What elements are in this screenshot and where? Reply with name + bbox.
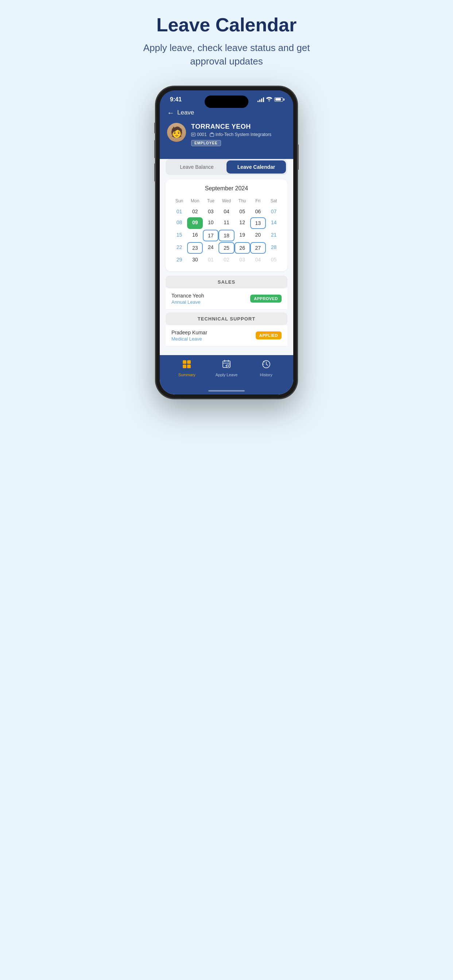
tab-leave-balance[interactable]: Leave Balance: [167, 161, 226, 173]
cal-cell[interactable]: 20: [250, 230, 266, 241]
cal-cell[interactable]: 28: [266, 242, 282, 254]
cal-cell[interactable]: 21: [266, 230, 282, 241]
back-arrow-icon: ←: [167, 109, 174, 117]
nav-history[interactable]: History: [246, 360, 286, 377]
svg-rect-6: [187, 360, 191, 364]
nav-history-label: History: [260, 372, 273, 377]
cal-cell[interactable]: 29: [171, 255, 187, 265]
cal-week-5: 29 30 01 02 03 04 05: [171, 255, 282, 265]
back-nav[interactable]: ← Leave: [167, 109, 286, 117]
user-company: Info-Tech System Integrators: [210, 132, 271, 137]
content-area: Leave Balance Leave Calendar September 2…: [160, 159, 293, 395]
cal-cell[interactable]: 12: [234, 217, 250, 229]
page-title: Leave Calendar: [156, 14, 297, 35]
cal-cell[interactable]: 03: [234, 255, 250, 265]
cal-cell[interactable]: 17: [203, 230, 219, 241]
day-thu: Thu: [234, 197, 250, 205]
cal-cell[interactable]: 14: [266, 217, 282, 229]
day-fri: Fri: [250, 197, 266, 205]
day-wed: Wed: [219, 197, 234, 205]
day-tue: Tue: [203, 197, 219, 205]
cal-cell[interactable]: 15: [171, 230, 187, 241]
cal-cell[interactable]: 13: [250, 217, 266, 229]
cal-cell[interactable]: 05: [266, 255, 282, 265]
apply-leave-icon: [222, 360, 231, 371]
nav-summary[interactable]: Summary: [167, 360, 207, 377]
status-time: 9:41: [170, 96, 182, 103]
leave-record-pradeep[interactable]: Pradeep Kumar Medical Leave APPLIED: [166, 325, 287, 346]
calendar-section: September 2024 Sun Mon Tue Wed Thu Fri S…: [166, 180, 287, 271]
cal-cell[interactable]: 26: [234, 242, 250, 254]
svg-rect-1: [192, 134, 195, 134]
status-icons: [257, 97, 283, 102]
leave-type: Annual Leave: [171, 299, 204, 305]
svg-rect-8: [187, 364, 191, 368]
cal-cell[interactable]: 22: [171, 242, 187, 254]
tab-row: Leave Balance Leave Calendar: [166, 159, 287, 175]
wifi-icon: [266, 97, 272, 102]
svg-rect-4: [211, 133, 213, 134]
cal-cell[interactable]: 02: [219, 255, 234, 265]
cal-cell[interactable]: 30: [187, 255, 203, 265]
day-sun: Sun: [171, 197, 187, 205]
calendar-grid: Sun Mon Tue Wed Thu Fri Sat 01 02 03 04: [171, 197, 282, 265]
page-subtitle: Apply leave, check leave status and get …: [124, 41, 329, 68]
cal-cell-today[interactable]: 09: [187, 217, 203, 229]
cal-cell[interactable]: 24: [203, 242, 219, 254]
calendar-month-year: September 2024: [171, 185, 282, 192]
history-icon: [262, 360, 271, 371]
employee-badge: EMPLOYEE: [191, 140, 221, 146]
dept-tech-support-header: TECHNICAL SUPPORT: [166, 312, 287, 325]
cal-cell[interactable]: 05: [234, 206, 250, 216]
cal-cell[interactable]: 11: [219, 217, 234, 229]
tab-leave-calendar[interactable]: Leave Calendar: [226, 161, 286, 173]
svg-rect-0: [191, 133, 196, 136]
cal-cell[interactable]: 02: [187, 206, 203, 216]
day-mon: Mon: [187, 197, 203, 205]
bottom-nav: Summary Apply Leave: [160, 355, 293, 387]
cal-cell[interactable]: 06: [250, 206, 266, 216]
phone-frame: 9:41 ←: [155, 86, 298, 399]
cal-cell[interactable]: 01: [203, 255, 219, 265]
home-indicator: [160, 387, 293, 395]
app-header: ← Leave 🧑 TORRANCE YEOH 0001: [160, 106, 293, 153]
back-label: Leave: [177, 109, 194, 116]
user-info: 🧑 TORRANCE YEOH 0001 Info-Tech System In…: [167, 123, 286, 146]
cal-week-4: 22 23 24 25 26 27 28: [171, 242, 282, 254]
cal-cell[interactable]: 10: [203, 217, 219, 229]
avatar: 🧑: [167, 123, 186, 142]
home-bar: [208, 390, 245, 391]
nav-apply-leave-label: Apply Leave: [215, 372, 238, 377]
cal-week-3: 15 16 17 18 19 20 21: [171, 230, 282, 241]
cal-cell[interactable]: 18: [219, 230, 234, 241]
cal-cell[interactable]: 01: [171, 206, 187, 216]
user-details: TORRANCE YEOH 0001 Info-Tech System Inte…: [191, 123, 286, 146]
leave-person: Pradeep Kumar: [171, 329, 207, 336]
leave-record-torrance[interactable]: Torrance Yeoh Annual Leave APPROVED: [166, 288, 287, 310]
day-sat: Sat: [266, 197, 282, 205]
calendar-header: Sun Mon Tue Wed Thu Fri Sat: [171, 197, 282, 205]
svg-rect-5: [183, 360, 187, 364]
leave-type: Medical Leave: [171, 336, 207, 342]
user-id: 0001: [191, 132, 207, 137]
nav-summary-label: Summary: [179, 372, 196, 377]
user-meta: 0001 Info-Tech System Integrators: [191, 132, 286, 137]
cal-week-2: 08 09 10 11 12 13 14: [171, 217, 282, 229]
cal-cell[interactable]: 04: [219, 206, 234, 216]
dynamic-island: [205, 95, 248, 108]
cal-cell[interactable]: 07: [266, 206, 282, 216]
cal-cell[interactable]: 25: [219, 242, 234, 254]
cal-cell[interactable]: 19: [234, 230, 250, 241]
dept-sales: SALES Torrance Yeoh Annual Leave APPROVE…: [166, 275, 287, 310]
svg-rect-7: [183, 364, 187, 368]
nav-apply-leave[interactable]: Apply Leave: [207, 360, 247, 377]
cal-cell[interactable]: 03: [203, 206, 219, 216]
cal-cell[interactable]: 23: [187, 242, 203, 254]
cal-cell[interactable]: 08: [171, 217, 187, 229]
cal-cell[interactable]: 04: [250, 255, 266, 265]
cal-cell[interactable]: 16: [187, 230, 203, 241]
cal-cell[interactable]: 27: [250, 242, 266, 254]
cal-week-1: 01 02 03 04 05 06 07: [171, 206, 282, 216]
summary-icon: [182, 360, 191, 371]
status-badge-approved: APPROVED: [250, 294, 282, 302]
